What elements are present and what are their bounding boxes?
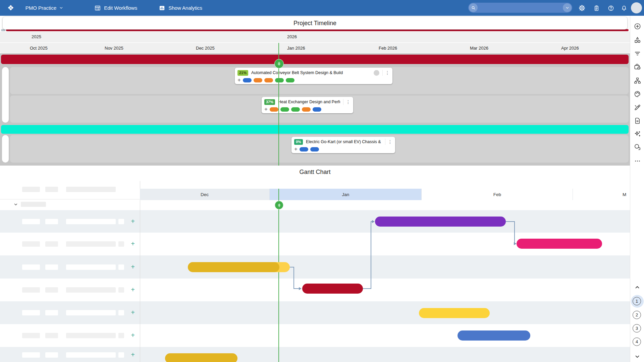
cyan-project-bar[interactable] — [1, 125, 629, 134]
task-field-placeholder — [22, 352, 40, 358]
add-task-button[interactable]: + — [129, 351, 136, 358]
card-menu-kebab-icon[interactable]: ⋮ — [382, 70, 390, 76]
page-button-2[interactable]: 2 — [633, 311, 641, 319]
member-chip[interactable] — [313, 107, 321, 112]
member-chip[interactable] — [254, 78, 262, 82]
task-field-placeholder — [22, 241, 40, 247]
page-button-3[interactable]: 3 — [633, 324, 641, 333]
member-chip[interactable] — [243, 78, 252, 82]
task-field-placeholder — [66, 352, 116, 358]
task-card[interactable]: 21% Automated Conveyor Belt System Desig… — [235, 68, 392, 84]
add-task-button[interactable]: + — [129, 218, 136, 225]
filter-icon[interactable] — [633, 49, 641, 57]
lane-handle[interactable] — [2, 135, 9, 163]
add-assignee-button[interactable]: + — [294, 147, 298, 152]
page-button-1[interactable]: 1 — [633, 297, 641, 305]
task-card[interactable]: 37% Heat Exchanger Design and Performan.… — [262, 97, 353, 113]
task-bar-darkred[interactable] — [302, 284, 363, 294]
add-circle-icon[interactable] — [633, 22, 641, 30]
assignee-avatar[interactable] — [374, 70, 379, 76]
gantt-month-dec[interactable]: Dec — [140, 189, 269, 200]
workspace-switcher[interactable]: PMO Practice — [25, 5, 64, 11]
task-field-placeholder — [118, 287, 124, 293]
show-analytics-label: Show Analytics — [168, 5, 202, 11]
task-field-placeholder — [118, 219, 124, 224]
shapes-icon[interactable] — [633, 36, 641, 44]
task-field-placeholder — [118, 241, 124, 247]
task-field-placeholder — [45, 264, 58, 270]
show-analytics-button[interactable]: Show Analytics — [159, 5, 202, 11]
progress-badge: 21% — [237, 70, 248, 76]
workspace-label: PMO Practice — [25, 5, 57, 11]
ai-sparkles-icon[interactable] — [633, 130, 641, 138]
task-bar-purple[interactable] — [375, 217, 506, 227]
workload-briefcase-clock-icon[interactable] — [633, 63, 641, 71]
right-toolbar: 1 2 3 4 — [630, 16, 644, 362]
task-field-placeholder — [118, 264, 124, 270]
task-field-placeholder — [118, 352, 124, 358]
task-bar-gold-progress — [188, 262, 279, 272]
today-marker[interactable] — [274, 59, 284, 68]
member-chip[interactable] — [270, 107, 278, 112]
task-field-placeholder — [45, 352, 58, 358]
lane-handle[interactable] — [2, 67, 9, 123]
task-field-placeholder — [66, 264, 116, 270]
task-bar-pink[interactable] — [517, 239, 602, 249]
add-assignee-button[interactable]: + — [264, 107, 268, 112]
notifications-bell-icon[interactable] — [620, 4, 628, 12]
task-field-placeholder — [66, 310, 116, 315]
add-task-button[interactable]: + — [129, 286, 136, 293]
today-marker[interactable] — [275, 201, 283, 209]
user-avatar[interactable] — [631, 2, 642, 13]
member-chip[interactable] — [310, 147, 319, 152]
gantt-month-feb[interactable]: Feb — [421, 189, 573, 200]
add-task-button[interactable]: + — [129, 240, 136, 247]
add-assignee-button[interactable]: + — [237, 78, 241, 82]
lasso-select-icon[interactable] — [633, 143, 641, 151]
document-icon[interactable] — [633, 117, 641, 125]
gantt-month-jan[interactable]: Jan — [269, 189, 422, 200]
task-field-placeholder — [118, 333, 124, 338]
member-chip[interactable] — [286, 78, 294, 82]
member-chip[interactable] — [275, 78, 284, 82]
member-chip[interactable] — [291, 107, 300, 112]
add-task-button[interactable]: + — [129, 263, 136, 270]
hierarchy-icon[interactable] — [633, 76, 641, 84]
search-icon[interactable] — [469, 3, 478, 12]
task-title: Automated Conveyor Belt System Design & … — [251, 70, 371, 75]
task-bar-gold-2[interactable] — [165, 353, 237, 362]
scroll-down-chevron-icon[interactable] — [633, 353, 641, 361]
card-menu-kebab-icon[interactable]: ⋮ — [343, 99, 351, 105]
edit-workflows-button[interactable]: Edit Workflows — [94, 5, 137, 11]
task-card[interactable]: 0% Electric Go-Kart (or small EV) Chassi… — [291, 137, 395, 153]
task-title: Heat Exchanger Design and Performan... — [278, 100, 340, 104]
crimson-project-bar[interactable] — [1, 55, 629, 64]
task-field-placeholder — [118, 310, 124, 315]
task-bar-gold[interactable] — [188, 262, 290, 272]
help-icon[interactable] — [607, 4, 615, 12]
more-options-icon[interactable] — [633, 157, 641, 165]
scroll-up-chevron-icon[interactable] — [633, 283, 641, 291]
gantt-panel-divider[interactable] — [140, 181, 140, 362]
page-button-4[interactable]: 4 — [633, 338, 641, 346]
collapse-chevron-icon[interactable] — [13, 202, 18, 207]
add-task-button[interactable]: + — [129, 331, 136, 339]
task-bar-yellow[interactable] — [419, 308, 490, 318]
gantt-group-row[interactable] — [13, 202, 46, 207]
clipboard-icon[interactable] — [592, 4, 600, 12]
member-chip-row — [300, 147, 319, 152]
task-bar-blue[interactable] — [458, 330, 530, 341]
app-logo-icon[interactable]: ❖ — [7, 4, 14, 12]
member-chip[interactable] — [264, 78, 273, 82]
analytics-chart-icon — [159, 5, 165, 11]
member-chip[interactable] — [280, 107, 289, 112]
global-search-input[interactable] — [468, 3, 572, 13]
card-menu-kebab-icon[interactable]: ⋮ — [385, 139, 392, 145]
search-options-chevron-icon[interactable] — [563, 3, 572, 12]
member-chip[interactable] — [300, 147, 308, 152]
add-task-button[interactable]: + — [129, 309, 136, 316]
settings-gear-icon[interactable] — [578, 4, 586, 12]
theme-palette-icon[interactable] — [633, 90, 641, 98]
design-tools-icon[interactable] — [633, 103, 641, 111]
member-chip[interactable] — [302, 107, 311, 112]
